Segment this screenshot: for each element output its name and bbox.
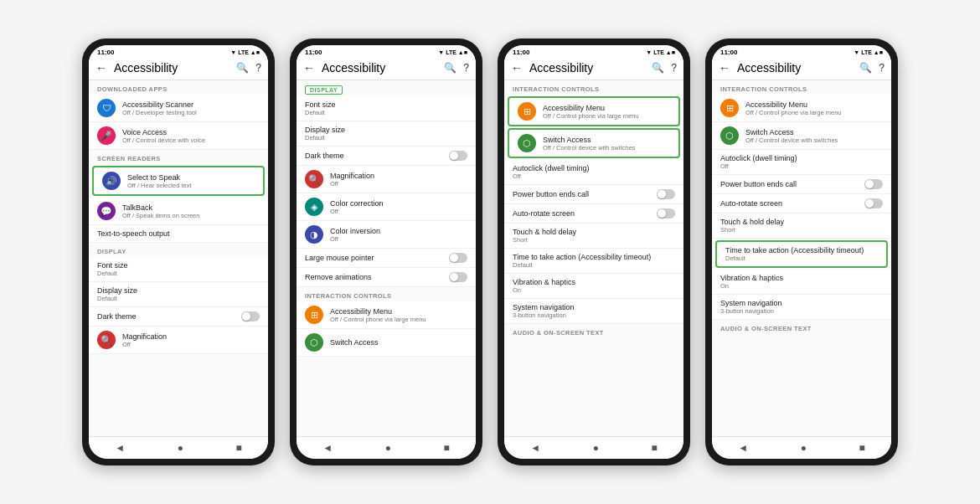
sub-scanner: Off / Developer testing tool xyxy=(122,109,260,116)
back-button-4[interactable]: ← xyxy=(719,61,730,75)
help-icon-2[interactable]: ? xyxy=(463,62,469,74)
item-switch-access-4[interactable]: ⬡ Switch Access Off / Control device wit… xyxy=(712,122,891,150)
title-display-size-2: Display size xyxy=(305,126,467,134)
search-icon-1[interactable]: 🔍 xyxy=(236,62,249,74)
toggle-large-mouse-2[interactable] xyxy=(449,253,467,263)
nav-home-4[interactable]: ● xyxy=(801,442,807,454)
icon-accessibility-menu-2: ⊞ xyxy=(305,306,323,324)
item-large-mouse-2[interactable]: Large mouse pointer xyxy=(297,249,476,268)
toggle-dark-1[interactable] xyxy=(241,311,260,321)
nav-recents-3[interactable]: ■ xyxy=(651,442,657,454)
help-icon-4[interactable]: ? xyxy=(879,62,885,74)
item-timeout-4[interactable]: Time to take action (Accessibility timeo… xyxy=(715,240,888,268)
item-touch-hold-4[interactable]: Touch & hold delay Short xyxy=(712,213,891,239)
item-power-btn-4[interactable]: Power button ends call xyxy=(712,175,891,194)
item-dark-theme-1[interactable]: Dark theme xyxy=(89,307,268,327)
title-power-btn-4: Power button ends call xyxy=(720,180,864,188)
help-icon-3[interactable]: ? xyxy=(671,62,677,74)
item-font-1[interactable]: Font size Default xyxy=(89,257,268,282)
text-timeout-3: Time to take action (Accessibility timeo… xyxy=(513,253,675,269)
sub-magnification-1: Off xyxy=(122,341,260,348)
signal-icon-2: ▼ xyxy=(438,49,444,55)
item-vibration-3[interactable]: Vibration & haptics On xyxy=(504,274,683,299)
item-talkback-1[interactable]: 💬 TalkBack Off / Speak items on screen xyxy=(89,198,268,225)
search-icon-4[interactable]: 🔍 xyxy=(859,62,872,74)
item-vibration-4[interactable]: Vibration & haptics On xyxy=(712,270,891,295)
item-accessibility-menu-3[interactable]: ⊞ Accessibility Menu Off / Control phone… xyxy=(508,96,680,126)
icon-switch-access-4: ⬡ xyxy=(720,126,739,145)
item-sys-nav-4[interactable]: System navigation 3-button navigation xyxy=(712,295,891,320)
phone-2-screen: 11:00 ▼ LTE ▲■ ← Accessibility 🔍 ? DISPL… xyxy=(297,45,476,459)
title-timeout-4: Time to take action (Accessibility timeo… xyxy=(725,246,878,255)
nav-back-4[interactable]: ◄ xyxy=(738,442,748,454)
sub-talkback-1: Off / Speak items on screen xyxy=(122,212,260,219)
toggle-rotate-4[interactable] xyxy=(864,198,883,208)
item-accessibility-menu-2[interactable]: ⊞ Accessibility Menu Off / Control phone… xyxy=(297,301,476,329)
status-bar-1: 11:00 ▼ LTE ▲■ xyxy=(89,45,268,58)
toggle-dark-2[interactable] xyxy=(449,151,467,161)
item-magnification-2[interactable]: 🔍 Magnification Off xyxy=(297,166,476,193)
item-touch-hold-3[interactable]: Touch & hold delay Short xyxy=(504,224,683,249)
search-icon-2[interactable]: 🔍 xyxy=(444,62,456,74)
item-display-size-1[interactable]: Display size Default xyxy=(89,282,268,307)
nav-bar-2: ◄ ● ■ xyxy=(297,436,476,459)
nav-recents-4[interactable]: ■ xyxy=(859,442,864,454)
item-auto-rotate-4[interactable]: Auto-rotate screen xyxy=(712,194,891,213)
icon-accessibility-menu-4: ⊞ xyxy=(720,99,739,117)
nav-recents-1[interactable]: ■ xyxy=(235,442,241,454)
back-button-1[interactable]: ← xyxy=(95,61,107,75)
item-select-to-speak[interactable]: 🔊 Select to Speak Off / Hear selected te… xyxy=(92,166,265,196)
item-voice-access[interactable]: 🎤 Voice Access Off / Control device with… xyxy=(89,122,268,150)
search-icon-3[interactable]: 🔍 xyxy=(652,62,664,74)
toggle-rotate-3[interactable] xyxy=(657,208,675,219)
nav-recents-2[interactable]: ■ xyxy=(443,442,449,454)
icon-select-speak: 🔊 xyxy=(102,172,121,190)
item-font-2[interactable]: Font size Default xyxy=(297,96,476,121)
item-accessibility-menu-4[interactable]: ⊞ Accessibility Menu Off / Control phone… xyxy=(712,95,891,122)
title-auto-rotate-4: Auto-rotate screen xyxy=(720,199,864,208)
item-tts-1[interactable]: Text-to-speech output xyxy=(89,225,268,243)
toggle-remove-animations-2[interactable] xyxy=(449,272,467,282)
nav-bar-1: ◄ ● ■ xyxy=(89,436,268,459)
item-switch-access-2[interactable]: ⬡ Switch Access xyxy=(297,329,476,357)
toggle-power-4[interactable] xyxy=(864,179,883,189)
back-button-3[interactable]: ← xyxy=(511,61,523,75)
nav-home-3[interactable]: ● xyxy=(593,442,599,454)
back-button-2[interactable]: ← xyxy=(303,61,315,75)
item-accessibility-scanner[interactable]: 🛡 Accessibility Scanner Off / Developer … xyxy=(89,95,268,122)
title-color-inversion-2: Color inversion xyxy=(330,227,467,235)
item-display-size-2[interactable]: Display size Default xyxy=(297,121,476,147)
signal-icon-4: ▼ xyxy=(854,49,859,55)
sub-display-size-2: Default xyxy=(305,134,467,141)
item-magnification-1[interactable]: 🔍 Magnification Off xyxy=(89,327,268,354)
status-icons-4: ▼ LTE ▲■ xyxy=(854,49,883,55)
item-power-btn-3[interactable]: Power button ends call xyxy=(504,185,683,204)
item-sys-nav-3[interactable]: System navigation 3-button navigation xyxy=(504,299,683,324)
title-accessibility-menu-4: Accessibility Menu xyxy=(745,100,883,109)
item-autoclick-3[interactable]: Autoclick (dwell timing) Off xyxy=(504,160,683,185)
item-auto-rotate-3[interactable]: Auto-rotate screen xyxy=(504,204,683,224)
help-icon-1[interactable]: ? xyxy=(255,62,261,74)
title-vibration-3: Vibration & haptics xyxy=(513,278,675,286)
sub-sys-nav-4: 3-button navigation xyxy=(720,307,883,315)
item-remove-animations-2[interactable]: Remove animations xyxy=(297,268,476,287)
item-timeout-3[interactable]: Time to take action (Accessibility timeo… xyxy=(504,249,683,274)
toggle-power-3[interactable] xyxy=(657,189,675,199)
sub-touch-hold-4: Short xyxy=(720,226,883,234)
text-select-speak: Select to Speak Off / Hear selected text xyxy=(127,173,255,189)
icon-magnification-2: 🔍 xyxy=(305,170,323,188)
title-font-2: Font size xyxy=(305,100,467,109)
nav-back-1[interactable]: ◄ xyxy=(115,442,125,454)
nav-home-1[interactable]: ● xyxy=(178,442,183,454)
nav-back-2[interactable]: ◄ xyxy=(322,442,333,454)
text-magnification-1: Magnification Off xyxy=(122,332,260,348)
item-color-inversion-2[interactable]: ◑ Color inversion Off xyxy=(297,221,476,249)
nav-home-2[interactable]: ● xyxy=(385,442,391,454)
title-touch-hold-3: Touch & hold delay xyxy=(513,228,675,236)
nav-back-3[interactable]: ◄ xyxy=(530,442,540,454)
title-select-speak: Select to Speak xyxy=(127,173,255,182)
item-color-correction-2[interactable]: ◈ Color correction Off xyxy=(297,193,476,221)
item-autoclick-4[interactable]: Autoclick (dwell timing) Off xyxy=(712,150,891,175)
item-switch-access-3[interactable]: ⬡ Switch Access Off / Control device wit… xyxy=(508,128,680,158)
item-dark-2[interactable]: Dark theme xyxy=(297,147,476,166)
